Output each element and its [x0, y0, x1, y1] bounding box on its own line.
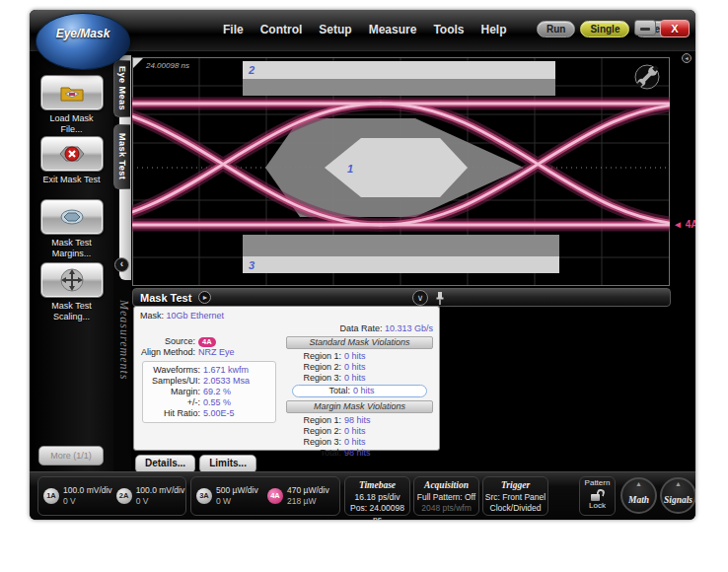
load-mask-file-label: Load Mask File... — [30, 113, 113, 135]
pattern-lock-bottom-label: Lock — [580, 502, 615, 511]
more-button[interactable]: More (1/1) — [38, 446, 104, 465]
trigger-box[interactable]: Trigger Src: Front Panel Clock/Divided — [482, 476, 548, 516]
std-total-row[interactable]: Total:0 hits — [292, 385, 427, 397]
collapse-sidebar-icon[interactable]: ‹ — [114, 257, 129, 272]
menu-file[interactable]: File — [223, 23, 244, 36]
mgn-region1-row: Region 1:98 hits — [284, 415, 435, 426]
single-button[interactable]: Single — [580, 21, 629, 37]
menu-setup[interactable]: Setup — [319, 23, 351, 36]
channel-1a-scale: 100.0 mV/div — [63, 485, 112, 496]
timebase-scale: 16.18 ps/div — [345, 492, 409, 503]
mask-region-2: 2 — [243, 61, 555, 96]
channel-3a-scale: 500 µW/div — [216, 485, 258, 496]
channel-marker-4a: ◄ 4A — [673, 219, 695, 230]
position-readout-text: 24.00098 ns — [145, 61, 189, 70]
sidebar: Load Mask File... Exit Mask Test Mask Te… — [30, 51, 113, 471]
channel-3a-badge: 3A — [196, 488, 212, 504]
mask-test-panel: Mask: 10Gb Ethernet Data Rate: 10.313 Gb… — [133, 306, 440, 451]
measurement-summary: Source:4A Align Method:NRZ Eye Waveforms… — [134, 336, 282, 423]
signals-label: Signals — [664, 495, 692, 505]
eye-diagram[interactable]: 2 3 1 — [132, 57, 670, 286]
close-button[interactable]: X — [660, 20, 690, 37]
channel-1a-offset: 0 V — [63, 496, 112, 507]
acquisition-box[interactable]: Acquisition Full Pattern: Off 2048 pts/w… — [413, 476, 479, 516]
mask-test-margins-label: Mask Test Margins... — [30, 238, 113, 259]
mgn-total-row: Total:98 hits — [284, 448, 435, 459]
eye-margin-icon — [57, 206, 87, 228]
data-rate-row: Data Rate: 10.313 Gb/s — [339, 323, 433, 333]
acquisition-title: Acquisition — [414, 479, 478, 492]
pattern-lock-top-label: Pattern — [580, 479, 615, 488]
menu-measure[interactable]: Measure — [369, 23, 417, 36]
signals-button[interactable]: ▲ Signals — [660, 477, 695, 514]
mask-region-3-label: 3 — [249, 259, 255, 271]
waveforms-row: Waveforms:1.671 kwfm — [145, 365, 273, 376]
minimize-button[interactable] — [634, 20, 656, 36]
timebase-title: Timebase — [345, 479, 409, 492]
tab-eye-meas[interactable]: Eye Meas — [113, 60, 130, 117]
timebase-position: Pos: 24.00098 ns — [345, 503, 409, 520]
app-logo[interactable]: Eye/Mask — [36, 13, 130, 70]
trigger-source: Src: Front Panel — [483, 492, 547, 503]
menu-tools[interactable]: Tools — [433, 23, 464, 36]
page: { "window": { "logo": "Eye/Mask", "close… — [0, 0, 728, 572]
load-mask-file-button[interactable] — [40, 75, 104, 110]
channel-3a-offset: 0 W — [216, 496, 258, 507]
violations-column: Standard Mask Violations Region 1:0 hits… — [284, 336, 435, 459]
mask-test-scaling-button[interactable] — [40, 262, 104, 298]
mask-test-margins-button[interactable] — [40, 199, 104, 235]
mask-test-panel-title: Mask Test — [140, 292, 191, 304]
mask-test-panel-header[interactable]: Mask Test ► ∨ — [132, 288, 671, 307]
run-button[interactable]: Run — [537, 21, 575, 37]
trigger-mode: Clock/Divided — [483, 503, 547, 514]
position-readout: 24.00098 ns — [133, 58, 189, 70]
channel-4a[interactable]: 4A 470 µW/div218 µW — [267, 485, 334, 507]
app-window: Eye/Mask File Control Setup Measure Tool… — [30, 10, 695, 520]
tab-rail: Eye Meas Mask Test ‹ Measurements — [113, 51, 131, 471]
channel-2a-scale: 100.0 mV/div — [136, 485, 185, 496]
folder-mask-icon — [57, 82, 87, 104]
pin-icon[interactable] — [435, 291, 445, 306]
collapse-panel-icon[interactable]: ∨ — [412, 290, 428, 306]
open-padlock-icon — [591, 489, 605, 501]
four-way-arrows-icon — [59, 267, 85, 293]
channel-group-3-4: 3A 500 µW/div0 W 4A 470 µW/div218 µW — [190, 476, 340, 516]
samples-row: Samples/UI:2.0533 Msa — [145, 376, 273, 387]
channel-4a-badge: 4A — [267, 488, 283, 504]
channel-2a-offset: 0 V — [136, 496, 185, 507]
statistics-box: Waveforms:1.671 kwfm Samples/UI:2.0533 M… — [142, 361, 276, 423]
mask-name-value: 10Gb Ethernet — [167, 311, 225, 321]
red-x-icon — [57, 143, 87, 165]
acquisition-points: 2048 pts/wfm — [414, 503, 478, 514]
channel-group-1-2: 1A 100.0 mV/div0 V 2A 100.0 mV/div0 V — [37, 476, 186, 516]
math-button[interactable]: ▲ Math — [620, 477, 657, 514]
scroll-arrow-icon[interactable]: ◂ — [682, 53, 692, 63]
menu-help[interactable]: Help — [480, 23, 506, 36]
mask-test-scaling-label: Mask Test Scaling... — [30, 301, 113, 322]
hit-ratio-row: Hit Ratio:5.00E-5 — [145, 408, 273, 419]
exit-mask-test-label: Exit Mask Test — [30, 175, 113, 185]
pattern-lock-button[interactable]: Pattern Lock — [579, 476, 616, 516]
margin-row: Margin:69.2 % — [145, 387, 273, 397]
std-region2-row: Region 2:0 hits — [284, 362, 435, 373]
eye-diagram-svg: 2 3 1 — [132, 57, 670, 286]
standard-violations-title: Standard Mask Violations — [286, 336, 433, 349]
timebase-box[interactable]: Timebase 16.18 ps/div Pos: 24.00098 ns — [344, 476, 410, 516]
tab-mask-test[interactable]: Mask Test — [113, 124, 130, 189]
exit-mask-test-button[interactable] — [40, 136, 104, 172]
mask-region-2-label: 2 — [248, 64, 255, 76]
play-icon[interactable]: ► — [198, 291, 211, 304]
mask-region-3: 3 — [243, 235, 559, 273]
mgn-region3-row: Region 3:0 hits — [284, 437, 435, 448]
measurements-rail-label: Measurements — [116, 300, 131, 381]
channel-4a-offset: 218 µW — [287, 496, 329, 507]
channel-1a[interactable]: 1A 100.0 mV/div0 V — [43, 485, 112, 507]
signals-up-arrow-icon: ▲ — [662, 479, 694, 489]
menu-control[interactable]: Control — [260, 23, 303, 36]
channel-2a[interactable]: 2A 100.0 mV/div0 V — [116, 485, 185, 507]
mgn-region2-row: Region 2:0 hits — [284, 426, 435, 437]
channel-3a[interactable]: 3A 500 µW/div0 W — [196, 485, 263, 507]
channel-2a-badge: 2A — [116, 488, 132, 504]
window-controls: X — [634, 20, 690, 37]
margin-tolerance-row: +/-:0.55 % — [145, 397, 273, 408]
